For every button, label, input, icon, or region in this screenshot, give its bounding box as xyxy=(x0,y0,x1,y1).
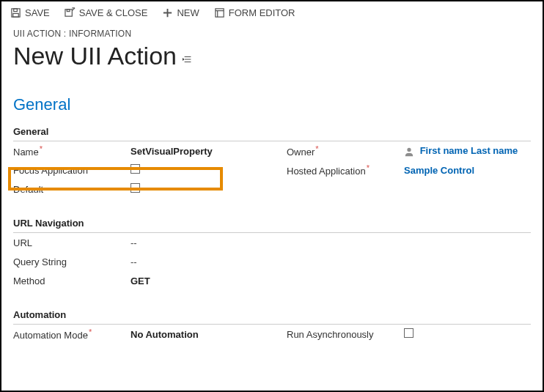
save-close-button[interactable]: SAVE & CLOSE xyxy=(65,7,148,18)
label-default: Default xyxy=(13,184,131,195)
save-label: SAVE xyxy=(25,7,50,18)
subsection-url-navigation: URL Navigation xyxy=(13,212,531,233)
person-icon xyxy=(404,145,417,156)
form-editor-button[interactable]: FORM EDITOR xyxy=(214,7,295,18)
checkbox-default[interactable] xyxy=(131,183,140,193)
save-icon xyxy=(10,7,21,18)
svg-point-6 xyxy=(407,148,411,152)
label-method: Method xyxy=(13,275,131,286)
value-owner[interactable]: First name Last name xyxy=(404,145,531,157)
save-close-label: SAVE & CLOSE xyxy=(79,7,148,18)
label-run-asynchronously: Run Asynchronously xyxy=(287,329,404,340)
record-menu-button[interactable] xyxy=(183,54,193,67)
checkbox-run-asynchronously[interactable] xyxy=(404,328,413,338)
save-close-icon xyxy=(65,7,76,18)
page-title: New UII Action xyxy=(13,42,177,70)
label-name: Name* xyxy=(13,144,131,158)
value-focus-application[interactable] xyxy=(131,164,257,176)
label-focus-application: Focus Application xyxy=(13,165,131,176)
subsection-automation: Automation xyxy=(13,303,531,325)
breadcrumb: UII ACTION : INFORMATION xyxy=(13,29,531,39)
label-query-string: Query String xyxy=(13,256,131,267)
svg-rect-5 xyxy=(216,9,224,17)
label-owner: Owner* xyxy=(287,144,404,158)
section-general-heading: General xyxy=(13,95,531,114)
label-hosted-application: Hosted Application* xyxy=(287,163,404,177)
svg-rect-1 xyxy=(14,9,18,12)
svg-rect-2 xyxy=(13,13,19,17)
value-hosted-application[interactable]: Sample Control xyxy=(404,165,531,176)
owner-link[interactable]: First name Last name xyxy=(420,145,518,156)
form-editor-label: FORM EDITOR xyxy=(229,7,295,18)
label-url: URL xyxy=(13,237,131,248)
menu-chevron-icon xyxy=(183,54,193,64)
value-query-string[interactable]: -- xyxy=(131,256,257,267)
label-automation-mode: Automation Mode* xyxy=(13,328,131,341)
value-method[interactable]: GET xyxy=(131,275,257,286)
value-run-asynchronously[interactable] xyxy=(404,328,531,340)
value-automation-mode[interactable]: No Automation xyxy=(131,329,257,340)
value-url[interactable]: -- xyxy=(131,237,257,248)
save-button[interactable]: SAVE xyxy=(10,7,50,18)
new-button[interactable]: NEW xyxy=(162,7,199,18)
subsection-general: General xyxy=(13,120,531,141)
svg-rect-3 xyxy=(65,10,72,16)
form-editor-icon xyxy=(214,7,225,18)
plus-icon xyxy=(162,7,173,18)
new-label: NEW xyxy=(177,7,199,18)
command-bar: SAVE SAVE & CLOSE NEW FORM EDITOR xyxy=(1,1,543,26)
svg-rect-4 xyxy=(67,10,70,12)
checkbox-focus-application[interactable] xyxy=(131,164,140,174)
value-default[interactable] xyxy=(131,183,257,195)
value-name[interactable]: SetVisualProperty xyxy=(131,146,257,157)
